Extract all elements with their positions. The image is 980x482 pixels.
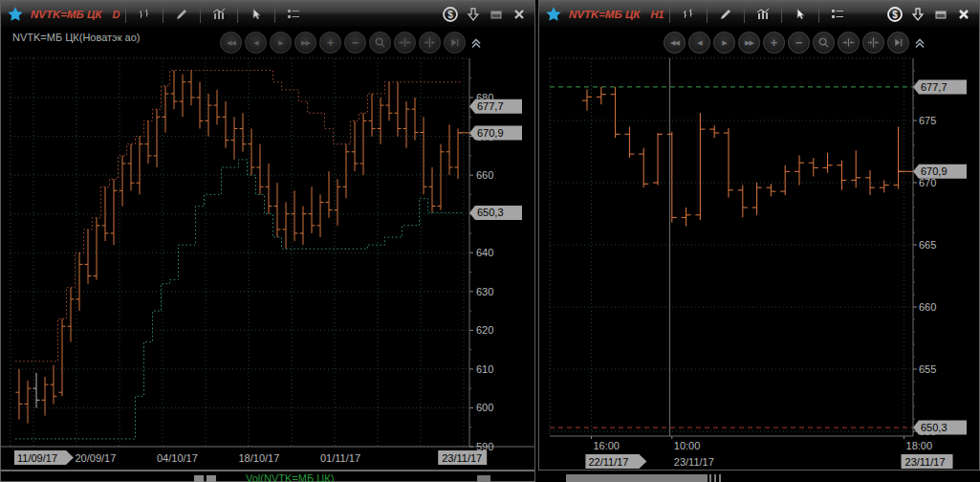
- pencil-icon[interactable]: [713, 4, 738, 25]
- price-badge: 650,3: [913, 421, 967, 435]
- chart-window-hourly[interactable]: NVTK=МБ ЦК H1 $ 65065566066567067516:002…: [538, 0, 980, 471]
- x-time-label: 16:00: [593, 440, 620, 451]
- cursor-icon[interactable]: [244, 4, 269, 25]
- currency-icon[interactable]: $: [883, 4, 906, 25]
- ohlc-bars: [582, 87, 904, 227]
- scroll-right-button[interactable]: ▶: [270, 32, 292, 54]
- price-badge: 650,3: [469, 206, 522, 220]
- pencil-icon[interactable]: [169, 4, 194, 25]
- scroll-right-button[interactable]: ▶: [713, 32, 735, 54]
- date-badge: 22/11/17: [585, 454, 646, 469]
- scroll-start-button[interactable]: ◀◀: [664, 32, 686, 54]
- svg-text:650,3: 650,3: [921, 422, 947, 433]
- x-tick-label: 01/11/17: [320, 452, 360, 464]
- cursor-icon[interactable]: [788, 4, 813, 25]
- background-window-scrollbar: [566, 474, 708, 482]
- separator: [669, 6, 670, 23]
- x-time-label: 10:00: [674, 440, 701, 451]
- indicators-icon[interactable]: [825, 4, 850, 25]
- x-time-label: 18:00: [906, 440, 933, 451]
- restore-window-icon[interactable]: [929, 4, 952, 25]
- svg-text:$: $: [892, 9, 898, 19]
- zoom-region-button[interactable]: [813, 32, 835, 54]
- y-tick-label: 640: [476, 247, 493, 258]
- zoom-in-button[interactable]: +: [319, 32, 341, 54]
- x-date-label: 23/11/17: [674, 456, 714, 468]
- price-badge: 670,9: [469, 125, 522, 140]
- date-badge: 23/11/17: [438, 450, 487, 465]
- window-title: NVTK=МБ ЦК: [569, 9, 640, 20]
- daily-chart-canvas[interactable]: 59060061062063064065066067068011/09/1720…: [1, 28, 534, 482]
- daily-chart-area[interactable]: 59060061062063064065066067068011/09/1720…: [1, 28, 534, 482]
- volume-pane-partial: Vol(NVTK=МБ ЦК): [1, 471, 534, 482]
- ohlc-bars: [16, 71, 462, 424]
- svg-text:677,7: 677,7: [477, 100, 504, 112]
- chart-type-icon[interactable]: [207, 4, 231, 25]
- chart-type-icon[interactable]: [751, 4, 775, 25]
- scroll-start-button[interactable]: ◀◀: [220, 32, 242, 54]
- zoom-in-button[interactable]: +: [763, 32, 785, 54]
- go-to-last-button[interactable]: [444, 32, 466, 54]
- y-tick-label: 655: [919, 363, 936, 375]
- chart-nav-toolbar: ◀◀◀▶▶▶+−: [664, 32, 926, 54]
- price-channel-lower: [15, 160, 462, 439]
- separator: [237, 6, 238, 23]
- favorite-star-icon: [7, 6, 24, 23]
- y-tick-label: 600: [476, 402, 493, 413]
- time-axis[interactable]: 11/09/1720/09/1704/10/1718/10/1701/11/17…: [14, 450, 487, 465]
- close-icon[interactable]: [952, 4, 975, 25]
- zoom-out-button[interactable]: −: [788, 32, 810, 54]
- collapse-nav-button[interactable]: [468, 33, 483, 53]
- compress-bars-button[interactable]: [838, 32, 860, 54]
- x-tick-label: 18/10/17: [239, 452, 280, 464]
- volume-pane-label: Vol(NVTK=МБ ЦК): [246, 472, 334, 482]
- price-axis[interactable]: 650655660665670675: [550, 58, 936, 437]
- auto-scale-button[interactable]: [419, 32, 441, 54]
- restore-window-icon[interactable]: [485, 4, 508, 25]
- date-badge: 23/11/17: [902, 454, 953, 469]
- hourly-chart-area[interactable]: 65065566066567067516:0022/11/1710:0023/1…: [539, 28, 979, 471]
- separator: [707, 6, 708, 23]
- compress-bars-button[interactable]: [394, 32, 416, 54]
- collapse-nav-button[interactable]: [912, 33, 926, 53]
- zoom-region-button[interactable]: [369, 32, 391, 54]
- svg-text:670,9: 670,9: [477, 127, 504, 139]
- daily-titlebar[interactable]: NVTK=МБ ЦК D $: [1, 1, 534, 28]
- chart-window-daily[interactable]: NVTK=МБ ЦК D $ 5906006106206306406506606…: [0, 0, 535, 482]
- go-to-last-button[interactable]: [887, 32, 909, 54]
- close-icon[interactable]: [508, 4, 531, 25]
- svg-text:670,9: 670,9: [921, 165, 947, 177]
- x-tick-label: 04/10/17: [157, 452, 198, 464]
- timeframe-label: D: [112, 9, 120, 20]
- time-axis[interactable]: 16:0022/11/1710:0023/11/1718:0023/11/17: [585, 436, 952, 469]
- separator: [125, 6, 126, 23]
- interval-icon[interactable]: [132, 4, 157, 25]
- y-tick-label: 660: [919, 301, 936, 313]
- indicators-icon[interactable]: [281, 4, 306, 25]
- grid: [550, 58, 913, 436]
- scroll-left-button[interactable]: ◀: [688, 32, 710, 54]
- download-icon[interactable]: [906, 4, 929, 25]
- scroll-left-button[interactable]: ◀: [245, 32, 267, 54]
- separator: [744, 6, 745, 23]
- separator: [200, 6, 201, 23]
- download-icon[interactable]: [462, 4, 485, 25]
- hourly-titlebar[interactable]: NVTK=МБ ЦК H1 $: [539, 1, 979, 28]
- svg-text:650,3: 650,3: [477, 207, 504, 218]
- background-window-scrollbar-grip: [709, 474, 722, 482]
- y-tick-label: 665: [919, 239, 936, 251]
- auto-scale-button[interactable]: [862, 32, 884, 54]
- price-badge: 670,9: [913, 164, 967, 179]
- scroll-end-button[interactable]: ▶▶: [294, 32, 316, 54]
- scroll-end-button[interactable]: ▶▶: [738, 32, 760, 54]
- price-badge: 677,7: [469, 99, 522, 114]
- zoom-out-button[interactable]: −: [344, 32, 366, 54]
- hourly-chart-canvas[interactable]: 65065566066567067516:0022/11/1710:0023/1…: [539, 28, 979, 471]
- date-badge: 11/09/17: [14, 450, 74, 465]
- svg-text:11/09/17: 11/09/17: [17, 452, 57, 464]
- currency-icon[interactable]: $: [439, 4, 462, 25]
- x-tick-label: 20/09/17: [76, 452, 117, 464]
- interval-icon[interactable]: [676, 4, 701, 25]
- price-axis[interactable]: 590600610620630640650660670680: [1, 58, 534, 452]
- svg-text:677,7: 677,7: [921, 81, 947, 93]
